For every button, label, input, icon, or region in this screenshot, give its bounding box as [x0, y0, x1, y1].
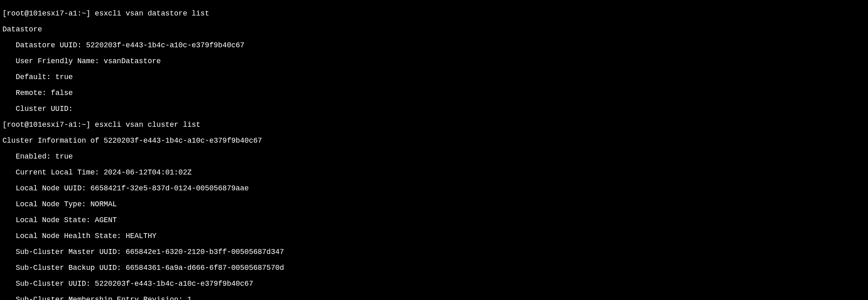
datastore-header: Datastore [2, 26, 866, 34]
shell-prompt: [root@101esxi7-a1:~] [2, 121, 90, 129]
command-1: esxcli vsan datastore list [95, 9, 209, 18]
local-node-uuid-value: 6658421f-32e5-837d-0124-005056879aae [90, 184, 249, 192]
local-node-health-value: HEALTHY [125, 232, 156, 240]
command-2: esxcli vsan cluster list [95, 121, 200, 129]
datastore-uuid-label: Datastore UUID: [2, 41, 86, 49]
cluster-info-header-uuid: 5220203f-e443-1b4c-a10c-e379f9b40c67 [103, 137, 262, 145]
terminal-output[interactable]: [root@101esxi7-a1:~] esxcli vsan datasto… [0, 0, 868, 300]
shell-prompt: [root@101esxi7-a1:~] [2, 9, 90, 18]
friendly-name-value: vsanDatastore [103, 57, 160, 65]
cluster-uuid-label: Cluster UUID: [2, 105, 73, 113]
local-node-state-label: Local Node State: [2, 216, 95, 224]
sub-backup-value: 66584361-6a9a-d666-6f87-00505687570d [125, 264, 284, 272]
local-node-type-value: NORMAL [90, 200, 117, 208]
enabled-label: Enabled: [2, 152, 55, 161]
sub-rev-value: 1 [187, 296, 192, 300]
sub-master-value: 665842e1-6320-2120-b3ff-00505687d347 [125, 248, 284, 256]
local-node-type-label: Local Node Type: [2, 200, 90, 208]
friendly-name-label: User Friendly Name: [2, 57, 103, 65]
default-label: Default: [2, 73, 55, 81]
current-time-value: 2024-06-12T04:01:02Z [103, 168, 191, 176]
local-node-health-label: Local Node Health State: [2, 232, 125, 240]
current-time-label: Current Local Time: [2, 168, 103, 176]
datastore-uuid-value: 5220203f-e443-1b4c-a10c-e379f9b40c67 [86, 41, 244, 49]
sub-backup-label: Sub-Cluster Backup UUID: [2, 264, 125, 272]
enabled-value: true [55, 152, 73, 161]
sub-uuid-label: Sub-Cluster UUID: [2, 280, 95, 288]
sub-master-label: Sub-Cluster Master UUID: [2, 248, 125, 256]
local-node-state-value: AGENT [95, 216, 117, 224]
default-value: true [55, 73, 73, 81]
remote-label: Remote: [2, 89, 51, 97]
local-node-uuid-label: Local Node UUID: [2, 184, 90, 192]
cluster-info-header-prefix: Cluster Information of [2, 137, 103, 145]
sub-rev-label: Sub-Cluster Membership Entry Revision: [2, 296, 187, 300]
sub-uuid-value: 5220203f-e443-1b4c-a10c-e379f9b40c67 [95, 280, 253, 288]
remote-value: false [51, 89, 73, 97]
